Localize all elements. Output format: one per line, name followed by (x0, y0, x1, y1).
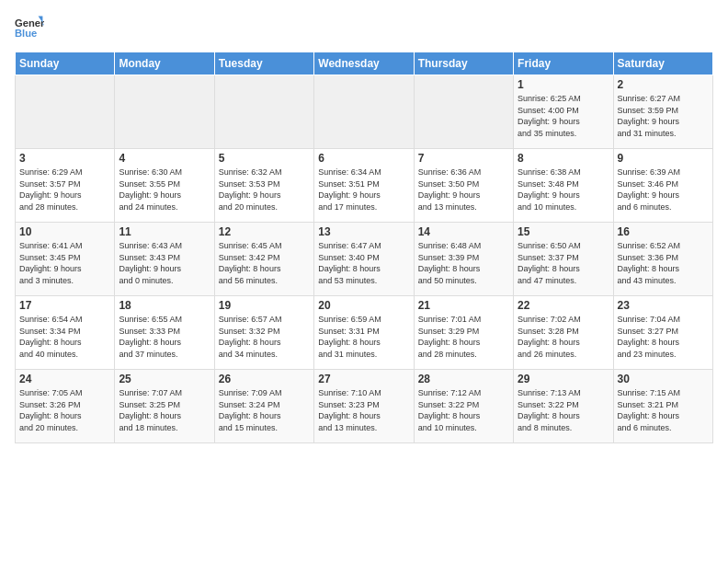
logo: General Blue (15, 15, 48, 40)
day-info: Sunrise: 6:39 AM Sunset: 3:46 PM Dayligh… (618, 167, 709, 213)
day-cell: 5Sunrise: 6:32 AM Sunset: 3:53 PM Daylig… (214, 149, 313, 223)
day-number: 25 (119, 373, 210, 385)
header-cell-monday: Monday (115, 52, 214, 75)
day-number: 27 (318, 373, 409, 385)
day-info: Sunrise: 7:04 AM Sunset: 3:27 PM Dayligh… (618, 314, 709, 360)
day-info: Sunrise: 7:07 AM Sunset: 3:25 PM Dayligh… (119, 387, 210, 433)
day-info: Sunrise: 6:48 AM Sunset: 3:39 PM Dayligh… (418, 240, 509, 286)
day-number: 20 (318, 299, 409, 312)
day-info: Sunrise: 6:34 AM Sunset: 3:51 PM Dayligh… (318, 167, 409, 213)
day-info: Sunrise: 7:05 AM Sunset: 3:26 PM Dayligh… (19, 387, 110, 433)
day-cell: 7Sunrise: 6:36 AM Sunset: 3:50 PM Daylig… (414, 149, 513, 223)
day-cell: 6Sunrise: 6:34 AM Sunset: 3:51 PM Daylig… (314, 149, 414, 223)
day-number: 17 (19, 299, 110, 312)
header-cell-tuesday: Tuesday (214, 52, 313, 75)
day-cell: 29Sunrise: 7:13 AM Sunset: 3:22 PM Dayli… (514, 370, 613, 443)
day-number: 5 (219, 152, 310, 165)
day-info: Sunrise: 6:38 AM Sunset: 3:48 PM Dayligh… (518, 167, 609, 213)
day-info: Sunrise: 7:02 AM Sunset: 3:28 PM Dayligh… (518, 314, 609, 360)
day-info: Sunrise: 6:47 AM Sunset: 3:40 PM Dayligh… (318, 240, 409, 286)
day-info: Sunrise: 6:43 AM Sunset: 3:43 PM Dayligh… (119, 240, 210, 286)
week-row-1: 1Sunrise: 6:25 AM Sunset: 4:00 PM Daylig… (16, 75, 713, 149)
day-number: 22 (518, 299, 609, 312)
day-cell: 9Sunrise: 6:39 AM Sunset: 3:46 PM Daylig… (613, 149, 712, 223)
day-number: 10 (19, 225, 110, 238)
day-cell: 30Sunrise: 7:15 AM Sunset: 3:21 PM Dayli… (613, 370, 712, 443)
day-cell: 11Sunrise: 6:43 AM Sunset: 3:43 PM Dayli… (115, 223, 214, 296)
day-cell: 2Sunrise: 6:27 AM Sunset: 3:59 PM Daylig… (613, 75, 712, 149)
day-cell: 15Sunrise: 6:50 AM Sunset: 3:37 PM Dayli… (514, 223, 613, 296)
day-info: Sunrise: 7:12 AM Sunset: 3:22 PM Dayligh… (418, 387, 509, 433)
day-number: 2 (618, 78, 709, 91)
day-cell: 4Sunrise: 6:30 AM Sunset: 3:55 PM Daylig… (115, 149, 214, 223)
day-number: 15 (518, 225, 609, 238)
day-number: 4 (119, 152, 210, 165)
day-number: 12 (219, 225, 310, 238)
header-cell-friday: Friday (514, 52, 613, 75)
day-number: 29 (518, 373, 609, 385)
day-info: Sunrise: 7:01 AM Sunset: 3:29 PM Dayligh… (418, 314, 509, 360)
day-cell: 17Sunrise: 6:54 AM Sunset: 3:34 PM Dayli… (16, 296, 115, 370)
day-info: Sunrise: 6:36 AM Sunset: 3:50 PM Dayligh… (418, 167, 509, 213)
day-cell: 28Sunrise: 7:12 AM Sunset: 3:22 PM Dayli… (414, 370, 513, 443)
day-number: 7 (418, 152, 509, 165)
day-info: Sunrise: 6:27 AM Sunset: 3:59 PM Dayligh… (618, 93, 709, 139)
day-cell: 24Sunrise: 7:05 AM Sunset: 3:26 PM Dayli… (16, 370, 115, 443)
week-row-3: 10Sunrise: 6:41 AM Sunset: 3:45 PM Dayli… (16, 223, 713, 296)
day-number: 24 (19, 373, 110, 385)
header-cell-wednesday: Wednesday (314, 52, 414, 75)
day-number: 21 (418, 299, 509, 312)
day-info: Sunrise: 6:57 AM Sunset: 3:32 PM Dayligh… (219, 314, 310, 360)
day-info: Sunrise: 6:55 AM Sunset: 3:33 PM Dayligh… (119, 314, 210, 360)
svg-text:Blue: Blue (15, 28, 37, 39)
day-number: 3 (19, 152, 110, 165)
day-info: Sunrise: 7:10 AM Sunset: 3:23 PM Dayligh… (318, 387, 409, 433)
day-info: Sunrise: 6:30 AM Sunset: 3:55 PM Dayligh… (119, 167, 210, 213)
day-info: Sunrise: 7:13 AM Sunset: 3:22 PM Dayligh… (518, 387, 609, 433)
day-number: 11 (119, 225, 210, 238)
day-cell: 1Sunrise: 6:25 AM Sunset: 4:00 PM Daylig… (514, 75, 613, 149)
day-cell (214, 75, 313, 149)
day-number: 18 (119, 299, 210, 312)
day-number: 30 (618, 373, 709, 385)
day-info: Sunrise: 6:45 AM Sunset: 3:42 PM Dayligh… (219, 240, 310, 286)
day-cell: 27Sunrise: 7:10 AM Sunset: 3:23 PM Dayli… (314, 370, 414, 443)
week-row-5: 24Sunrise: 7:05 AM Sunset: 3:26 PM Dayli… (16, 370, 713, 443)
header-cell-saturday: Saturday (613, 52, 712, 75)
day-info: Sunrise: 6:32 AM Sunset: 3:53 PM Dayligh… (219, 167, 310, 213)
header-cell-sunday: Sunday (16, 52, 115, 75)
day-cell: 16Sunrise: 6:52 AM Sunset: 3:36 PM Dayli… (613, 223, 712, 296)
week-row-4: 17Sunrise: 6:54 AM Sunset: 3:34 PM Dayli… (16, 296, 713, 370)
day-cell: 14Sunrise: 6:48 AM Sunset: 3:39 PM Dayli… (414, 223, 513, 296)
day-cell (314, 75, 414, 149)
day-info: Sunrise: 6:59 AM Sunset: 3:31 PM Dayligh… (318, 314, 409, 360)
day-number: 13 (318, 225, 409, 238)
day-number: 28 (418, 373, 509, 385)
day-number: 26 (219, 373, 310, 385)
day-info: Sunrise: 6:29 AM Sunset: 3:57 PM Dayligh… (19, 167, 110, 213)
day-number: 16 (618, 225, 709, 238)
day-cell: 21Sunrise: 7:01 AM Sunset: 3:29 PM Dayli… (414, 296, 513, 370)
day-cell: 3Sunrise: 6:29 AM Sunset: 3:57 PM Daylig… (16, 149, 115, 223)
logo-icon: General Blue (15, 15, 44, 40)
day-cell: 10Sunrise: 6:41 AM Sunset: 3:45 PM Dayli… (16, 223, 115, 296)
day-cell: 20Sunrise: 6:59 AM Sunset: 3:31 PM Dayli… (314, 296, 414, 370)
calendar-table: SundayMondayTuesdayWednesdayThursdayFrid… (15, 52, 713, 443)
svg-text:General: General (15, 17, 44, 29)
day-number: 19 (219, 299, 310, 312)
day-number: 9 (618, 152, 709, 165)
day-cell: 19Sunrise: 6:57 AM Sunset: 3:32 PM Dayli… (214, 296, 313, 370)
day-cell: 18Sunrise: 6:55 AM Sunset: 3:33 PM Dayli… (115, 296, 214, 370)
day-info: Sunrise: 6:54 AM Sunset: 3:34 PM Dayligh… (19, 314, 110, 360)
day-number: 6 (318, 152, 409, 165)
week-row-2: 3Sunrise: 6:29 AM Sunset: 3:57 PM Daylig… (16, 149, 713, 223)
day-cell: 26Sunrise: 7:09 AM Sunset: 3:24 PM Dayli… (214, 370, 313, 443)
day-info: Sunrise: 6:41 AM Sunset: 3:45 PM Dayligh… (19, 240, 110, 286)
day-cell: 8Sunrise: 6:38 AM Sunset: 3:48 PM Daylig… (514, 149, 613, 223)
day-cell: 22Sunrise: 7:02 AM Sunset: 3:28 PM Dayli… (514, 296, 613, 370)
day-number: 14 (418, 225, 509, 238)
day-cell (414, 75, 513, 149)
day-info: Sunrise: 7:09 AM Sunset: 3:24 PM Dayligh… (219, 387, 310, 433)
day-number: 23 (618, 299, 709, 312)
day-cell (115, 75, 214, 149)
